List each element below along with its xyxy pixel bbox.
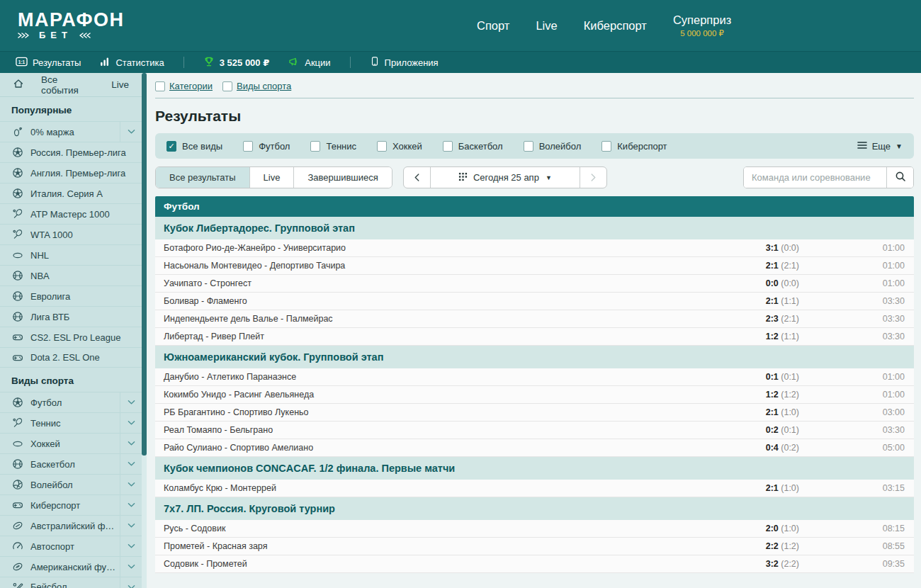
search-input[interactable] — [744, 167, 886, 188]
chevron-down-icon[interactable] — [120, 475, 142, 494]
match-row[interactable]: Коламбус Крю - Монтеррей2:1 (1:0)03:15 — [155, 480, 914, 497]
gamepad-icon — [11, 352, 24, 363]
match-row[interactable]: Русь - Содовик2:0 (1:0)08:15 — [155, 520, 914, 538]
sidebar-item-popular[interactable]: 0% маржа — [0, 121, 142, 142]
home-icon — [13, 78, 24, 91]
match-score: 2:0 (1:0) — [714, 524, 799, 533]
filter-checkbox[interactable]: Футбол — [243, 141, 290, 152]
match-row[interactable]: Ботафого Рио-де-Жанейро - Университарио3… — [155, 239, 914, 257]
sidebar-item-sport[interactable]: Автоспорт — [0, 536, 142, 556]
match-row[interactable]: Насьональ Монтевидео - Депортиво Тачира2… — [155, 257, 914, 275]
jackpot-button[interactable]: 3 525 000 ₽ — [203, 56, 270, 69]
sidebar-live[interactable]: Live — [111, 79, 129, 90]
tab-live[interactable]: Live — [249, 167, 294, 188]
match-row[interactable]: Содовик - Прометей3:2 (2:2)09:35 — [155, 555, 914, 573]
jackpot-amount: 3 525 000 ₽ — [220, 57, 270, 68]
sidebar-item-sport[interactable]: Волейбол — [0, 474, 142, 494]
tab-все-результаты[interactable]: Все результаты — [156, 167, 249, 188]
filter-checkbox[interactable]: Теннис — [310, 141, 356, 152]
chevron-down-icon[interactable] — [120, 454, 142, 474]
sidebar-item-sport[interactable]: Баскетбол — [0, 453, 142, 474]
chevron-down-icon[interactable] — [120, 516, 142, 536]
sidebar-item-popular[interactable]: Италия. Серия А — [0, 183, 142, 203]
match-teams: Индепендьенте дель Валье - Палмейрас — [155, 314, 714, 324]
basketball-icon — [11, 311, 24, 322]
sidebar-all-events[interactable]: Все события — [41, 74, 94, 96]
chevron-down-icon[interactable] — [120, 434, 142, 453]
sidebar-item-sport[interactable]: Хоккей — [0, 433, 142, 453]
chevron-down-icon[interactable] — [120, 536, 142, 556]
sidebar-item-sport[interactable]: Американский фу… — [0, 556, 142, 577]
filter-checkbox[interactable]: Волейбол — [524, 141, 582, 152]
match-row[interactable]: Либертад - Ривер Плейт1:2 (1:1)03:30 — [155, 328, 914, 346]
sport-kinds-toggle[interactable]: Виды спорта — [222, 81, 291, 91]
hockey-icon — [11, 438, 24, 449]
sidebar-item-sport[interactable]: Киберспорт — [0, 494, 142, 515]
sidebar-item-popular[interactable]: NBA — [0, 265, 142, 285]
prev-day-button[interactable] — [404, 167, 430, 188]
home-button[interactable] — [13, 78, 24, 91]
match-row[interactable]: РБ Брагантино - Спортиво Лукеньо2:1 (1:0… — [155, 404, 914, 422]
sidebar-item-popular[interactable]: ATP Мастерс 1000 — [0, 203, 142, 224]
sidebar-item-popular[interactable]: NHL — [0, 244, 142, 265]
chevron-down-icon[interactable] — [120, 557, 142, 577]
sidebar-item-popular[interactable]: Англия. Премьер-лига — [0, 162, 142, 183]
svg-text:1:1: 1:1 — [18, 59, 26, 64]
match-score: 2:1 (1:0) — [714, 483, 799, 493]
more-filters-button[interactable]: Еще ▼ — [857, 141, 903, 152]
match-row[interactable]: Индепендьенте дель Валье - Палмейрас2:3 … — [155, 310, 914, 328]
sidebar-item-popular[interactable]: WTA 1000 — [0, 224, 142, 244]
sidebar-item-sport[interactable]: Футбол — [0, 392, 142, 412]
competition-header[interactable]: 7х7. ЛП. Россия. Круговой турнир — [155, 497, 914, 520]
chevron-down-icon[interactable] — [120, 495, 142, 515]
superprize-link[interactable]: Суперприз 5 000 000 ₽ — [673, 13, 731, 38]
sidebar-item-popular[interactable]: Евролига — [0, 285, 142, 306]
sidebar-item-popular[interactable]: CS2. ESL Pro League — [0, 327, 142, 347]
match-row[interactable]: Данубио - Атлетико Паранаэнсе0:1 (0:1)01… — [155, 368, 914, 386]
sidebar-item-sport[interactable]: Бейсбол — [0, 577, 142, 588]
match-row[interactable]: Кокимбо Унидо - Расинг Авельянеда1:2 (1:… — [155, 386, 914, 404]
filter-checkbox[interactable]: Хоккей — [377, 141, 422, 152]
filter-checkbox[interactable]: Баскетбол — [443, 141, 503, 152]
sidebar-scrollbar[interactable] — [142, 73, 147, 588]
next-day-button[interactable] — [580, 167, 606, 188]
competition-header[interactable]: Кубок чемпионов CONCACAF. 1/2 финала. Пе… — [155, 457, 914, 480]
match-time: 03:30 — [799, 425, 914, 435]
statistics-nav-button[interactable]: Статистика — [100, 57, 164, 69]
tennis-icon — [11, 208, 24, 220]
sidebar-item-sport[interactable]: Теннис — [0, 412, 142, 433]
match-row[interactable]: Райо Сулиано - Спортиво Амелиано0:4 (0:2… — [155, 439, 914, 457]
top-nav-киберспорт[interactable]: Киберспорт — [584, 19, 647, 33]
categories-toggle[interactable]: Категории — [155, 81, 213, 91]
filter-checkbox[interactable]: ✓Все виды — [166, 141, 222, 152]
sidebar-item-sport[interactable]: Австралийский фу… — [0, 515, 142, 536]
sport-group-header[interactable]: Футбол — [155, 196, 914, 217]
chevron-down-icon[interactable] — [120, 392, 142, 412]
top-nav-спорт[interactable]: Спорт — [477, 19, 509, 33]
tab-завершившиеся[interactable]: Завершившиеся — [293, 167, 391, 188]
sidebar-item-popular[interactable]: Россия. Премьер-лига — [0, 142, 142, 162]
match-row[interactable]: Боливар - Фламенго2:1 (1:1)03:30 — [155, 293, 914, 310]
competition-header[interactable]: Южноамериканский кубок. Групповой этап — [155, 346, 914, 368]
match-row[interactable]: Реал Томаяпо - Бельграно0:2 (0:1)03:30 — [155, 422, 914, 439]
match-row[interactable]: Уачипато - Стронгест0:0 (0:0)01:00 — [155, 275, 914, 293]
chevron-down-icon[interactable] — [120, 577, 142, 588]
scrollbar-thumb[interactable] — [142, 73, 147, 456]
results-nav-button[interactable]: 1:1 Результаты — [16, 57, 81, 69]
chevron-down-icon[interactable] — [120, 122, 142, 142]
chevron-down-icon[interactable] — [120, 413, 142, 433]
date-picker-button[interactable]: Сегодня 25 апр ▼ — [430, 167, 580, 188]
brand-logo[interactable]: МАРАФОН БЕТ — [18, 11, 125, 40]
filter-checkbox[interactable]: Киберспорт — [601, 141, 667, 152]
apps-nav-button[interactable]: Приложения — [370, 56, 439, 69]
sidebar-item-popular[interactable]: Dota 2. ESL One — [0, 347, 142, 368]
match-time: 01:00 — [799, 261, 914, 271]
promos-nav-button[interactable]: Акции — [288, 56, 330, 69]
search-button[interactable] — [886, 167, 913, 188]
gamepad-icon — [11, 332, 24, 343]
top-nav-live[interactable]: Live — [536, 19, 557, 33]
secondary-navbar: 1:1 Результаты Статистика 3 525 000 ₽ Ак… — [0, 51, 921, 73]
competition-header[interactable]: Кубок Либертадорес. Групповой этап — [155, 217, 914, 239]
sidebar-item-popular[interactable]: Лига ВТБ — [0, 306, 142, 327]
match-row[interactable]: Прометей - Красная заря2:2 (1:2)08:55 — [155, 538, 914, 555]
